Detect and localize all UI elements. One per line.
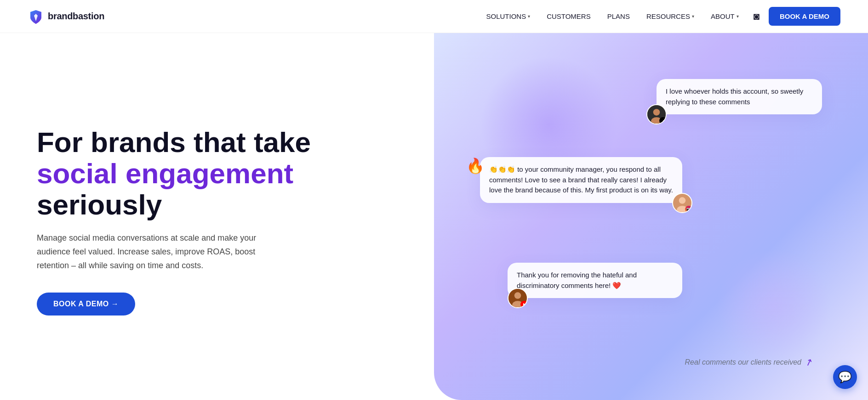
chat-support-icon: 💬	[838, 371, 852, 383]
chevron-down-icon: ▾	[692, 14, 694, 19]
hero-subtext: Manage social media conversations at sca…	[37, 231, 276, 272]
nav-about[interactable]: ABOUT ▾	[711, 12, 739, 20]
brandbastion-logo-icon	[28, 8, 44, 25]
tiktok-badge: ♪	[659, 117, 667, 124]
navbar: brandbastion SOLUTIONS ▾ CUSTOMERS PLANS…	[0, 0, 868, 33]
fire-emoji-decoration: 🔥	[466, 157, 485, 175]
chat-support-button[interactable]: 💬	[833, 365, 857, 389]
user-account-icon[interactable]: ◙	[754, 11, 760, 23]
bubble-1-text: I love whoever holds this account, so sw…	[666, 86, 813, 107]
nav-links: SOLUTIONS ▾ CUSTOMERS PLANS RESOURCES ▾ …	[486, 12, 738, 20]
nav-solutions[interactable]: SOLUTIONS ▾	[486, 12, 530, 20]
nav-right-actions: ◙ BOOK A DEMO	[754, 7, 840, 26]
chat-bubble-2: 👏👏👏 to your community manager, you respo…	[480, 157, 682, 203]
real-comments-note: Real comments our clients received ↗	[685, 357, 813, 368]
real-comments-label: Real comments our clients received	[685, 358, 801, 366]
bubble-3-text: Thank you for removing the hateful and d…	[517, 270, 673, 291]
nav-resources[interactable]: RESOURCES ▾	[646, 12, 694, 20]
hero-headline: For brands that take social engagement s…	[37, 127, 331, 221]
youtube-badge: ▶	[520, 301, 528, 308]
chat-bubble-3: Thank you for removing the hateful and d…	[508, 263, 682, 298]
instagram-badge: 📷	[685, 206, 692, 213]
nav-customers[interactable]: CUSTOMERS	[547, 12, 591, 20]
bubble-2-text: 👏👏👏 to your community manager, you respo…	[489, 164, 673, 196]
logo-text: brandbastion	[48, 11, 104, 22]
svg-point-4	[679, 197, 686, 204]
nav-plans[interactable]: PLANS	[607, 12, 630, 20]
bubble-1-avatar: ♪	[646, 104, 667, 124]
svg-point-7	[514, 292, 521, 299]
chevron-down-icon: ▾	[737, 14, 739, 19]
main-content: For brands that take social engagement s…	[0, 33, 868, 400]
hero-cta-button[interactable]: BOOK A DEMO →	[37, 293, 135, 315]
hero-right-panel: 🔥 I love whoever holds this account, so …	[434, 33, 868, 400]
logo[interactable]: brandbastion	[28, 8, 104, 25]
bubble-2-avatar: 📷	[672, 193, 692, 213]
book-demo-nav-button[interactable]: BOOK A DEMO	[769, 7, 840, 26]
bubble-3-avatar: ▶	[508, 288, 528, 308]
arrow-icon: ↗	[803, 356, 814, 369]
svg-point-1	[653, 109, 660, 116]
chat-bubble-1: I love whoever holds this account, so sw…	[657, 79, 822, 114]
hero-left-panel: For brands that take social engagement s…	[0, 33, 434, 400]
chat-bubbles-container: 🔥 I love whoever holds this account, so …	[452, 51, 850, 382]
chevron-down-icon: ▾	[528, 14, 530, 19]
